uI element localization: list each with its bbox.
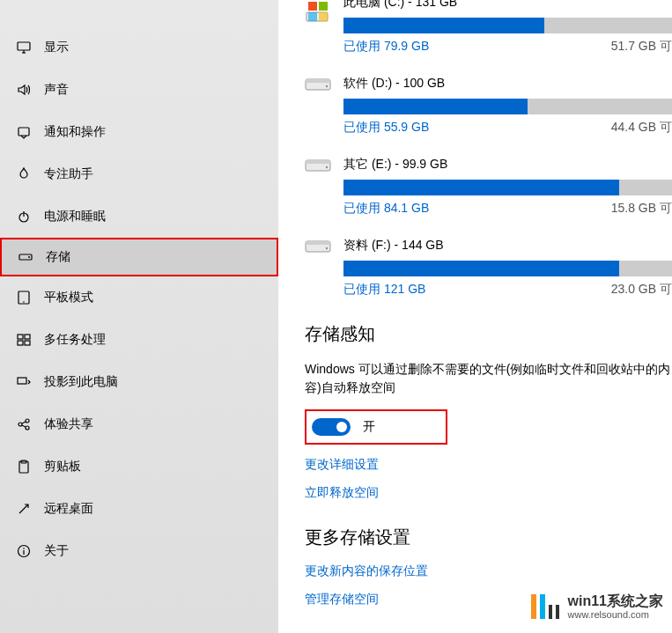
display-icon xyxy=(16,40,32,55)
sidebar-item-notifications[interactable]: 通知和操作 xyxy=(0,111,278,153)
svg-point-23 xyxy=(23,548,25,549)
svg-rect-40 xyxy=(540,594,545,619)
svg-point-16 xyxy=(26,419,29,423)
drive-free-text: 51.7 GB 可 xyxy=(611,39,672,55)
drive-free-text: 23.0 GB 可 xyxy=(611,282,672,298)
drive-usage-bar xyxy=(343,261,672,276)
link-free-space-now[interactable]: 立即释放空间 xyxy=(305,485,672,501)
sidebar-item-label: 关于 xyxy=(44,543,69,559)
svg-line-18 xyxy=(22,422,26,423)
sidebar-item-display[interactable]: 显示 xyxy=(0,26,278,69)
storage-page: 此电脑 (C:) - 131 GB已使用 79.9 GB51.7 GB 可软件 … xyxy=(278,0,672,633)
sidebar-item-sound[interactable]: 声音 xyxy=(0,69,278,111)
clipboard-icon xyxy=(16,459,32,475)
drive-block[interactable]: 资料 (F:) - 144 GB已使用 121 GB23.0 GB 可 xyxy=(305,238,672,298)
sidebar-item-tablet[interactable]: 平板模式 xyxy=(0,276,278,319)
link-change-details[interactable]: 更改详细设置 xyxy=(305,457,672,473)
svg-rect-3 xyxy=(18,128,29,136)
drive-title: 其它 (E:) - 99.9 GB xyxy=(343,157,672,173)
svg-rect-31 xyxy=(306,79,330,83)
svg-line-19 xyxy=(22,425,26,427)
svg-rect-26 xyxy=(308,2,317,11)
sidebar-item-label: 多任务处理 xyxy=(44,332,106,348)
sidebar-item-project[interactable]: 投影到此电脑 xyxy=(0,361,278,403)
svg-rect-10 xyxy=(18,335,23,339)
focus-icon xyxy=(16,166,32,182)
svg-rect-14 xyxy=(18,378,26,384)
sidebar-item-focus[interactable]: 专注助手 xyxy=(0,153,278,195)
sidebar-item-remote[interactable]: 远程桌面 xyxy=(0,488,278,530)
power-icon xyxy=(16,209,32,224)
sidebar-item-clipboard[interactable]: 剪贴板 xyxy=(0,445,278,488)
svg-point-32 xyxy=(326,85,328,87)
watermark-url: www.relsound.com xyxy=(568,609,663,621)
svg-rect-41 xyxy=(549,605,552,619)
sidebar-item-shared[interactable]: 体验共享 xyxy=(0,403,278,445)
drive-block[interactable]: 软件 (D:) - 100 GB已使用 55.9 GB44.4 GB 可 xyxy=(305,76,672,136)
drive-usage-bar xyxy=(343,18,672,33)
tablet-icon xyxy=(16,290,32,305)
drive-title: 资料 (F:) - 144 GB xyxy=(343,238,672,254)
sidebar-item-multitask[interactable]: 多任务处理 xyxy=(0,319,278,361)
hdd-icon xyxy=(305,157,331,176)
sidebar-item-label: 投影到此电脑 xyxy=(44,374,118,390)
storage-sense-toggle[interactable] xyxy=(312,418,351,436)
link-change-save-location[interactable]: 更改新内容的保存位置 xyxy=(305,563,672,579)
sound-icon xyxy=(16,82,32,98)
svg-rect-39 xyxy=(531,594,536,619)
drive-block[interactable]: 此电脑 (C:) - 131 GB已使用 79.9 GB51.7 GB 可 xyxy=(305,0,672,55)
svg-rect-12 xyxy=(18,341,23,345)
watermark-logo-icon xyxy=(529,591,561,622)
svg-rect-0 xyxy=(18,42,30,50)
svg-rect-27 xyxy=(319,2,328,11)
svg-rect-28 xyxy=(308,12,317,21)
svg-point-7 xyxy=(28,256,30,258)
drive-used-text: 已使用 79.9 GB xyxy=(343,39,429,55)
svg-rect-13 xyxy=(25,341,30,345)
svg-point-15 xyxy=(18,423,22,426)
svg-rect-42 xyxy=(556,605,559,619)
svg-point-9 xyxy=(23,301,25,303)
project-icon xyxy=(16,374,32,390)
sidebar-item-label: 通知和操作 xyxy=(44,124,106,140)
about-icon xyxy=(16,543,32,559)
multitask-icon xyxy=(16,332,32,348)
drive-title: 软件 (D:) - 100 GB xyxy=(343,76,672,92)
sidebar-item-label: 存储 xyxy=(46,249,70,265)
sidebar-item-storage[interactable]: 存储 xyxy=(0,238,278,276)
svg-rect-29 xyxy=(319,12,328,21)
hdd-icon xyxy=(305,238,331,257)
drive-free-text: 44.4 GB 可 xyxy=(611,120,672,136)
hdd-icon xyxy=(305,76,331,95)
storage-icon xyxy=(18,249,33,265)
svg-rect-37 xyxy=(306,241,330,245)
sidebar-item-label: 平板模式 xyxy=(44,290,93,305)
remote-icon xyxy=(16,501,32,517)
more-storage-title: 更多存储设置 xyxy=(305,526,672,549)
sidebar-item-label: 体验共享 xyxy=(44,416,93,432)
svg-rect-34 xyxy=(306,160,330,164)
settings-sidebar: 显示声音通知和操作专注助手电源和睡眠存储平板模式多任务处理投影到此电脑体验共享剪… xyxy=(0,0,278,633)
drive-title: 此电脑 (C:) - 131 GB xyxy=(343,0,672,11)
sidebar-item-about[interactable]: 关于 xyxy=(0,530,278,572)
storage-sense-toggle-highlight: 开 xyxy=(305,409,447,445)
drive-free-text: 15.8 GB 可 xyxy=(611,201,672,217)
watermark-title: win11系统之家 xyxy=(568,593,663,609)
sidebar-item-label: 剪贴板 xyxy=(44,459,81,475)
drive-usage-bar xyxy=(343,180,672,195)
svg-point-35 xyxy=(326,166,328,168)
sidebar-item-label: 显示 xyxy=(44,40,69,55)
sidebar-item-power[interactable]: 电源和睡眠 xyxy=(0,195,278,238)
svg-rect-11 xyxy=(25,335,30,339)
sidebar-item-label: 声音 xyxy=(44,82,69,98)
sidebar-item-label: 远程桌面 xyxy=(44,501,93,517)
storage-sense-title: 存储感知 xyxy=(305,322,672,346)
storage-sense-toggle-label: 开 xyxy=(363,419,375,435)
svg-point-17 xyxy=(26,426,29,430)
sidebar-item-label: 专注助手 xyxy=(44,166,93,182)
drive-used-text: 已使用 121 GB xyxy=(343,282,425,298)
drive-used-text: 已使用 84.1 GB xyxy=(343,201,429,217)
notifications-icon xyxy=(16,124,32,140)
drive-block[interactable]: 其它 (E:) - 99.9 GB已使用 84.1 GB15.8 GB 可 xyxy=(305,157,672,217)
svg-point-38 xyxy=(326,247,328,249)
